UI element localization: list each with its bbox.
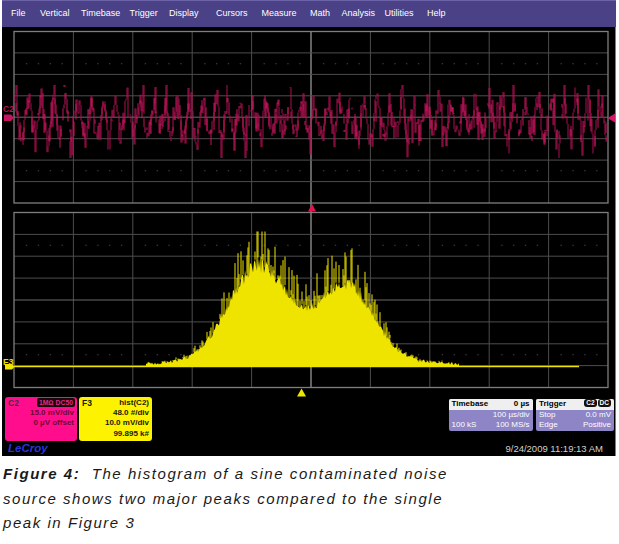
svg-text:C2: C2	[3, 104, 14, 114]
